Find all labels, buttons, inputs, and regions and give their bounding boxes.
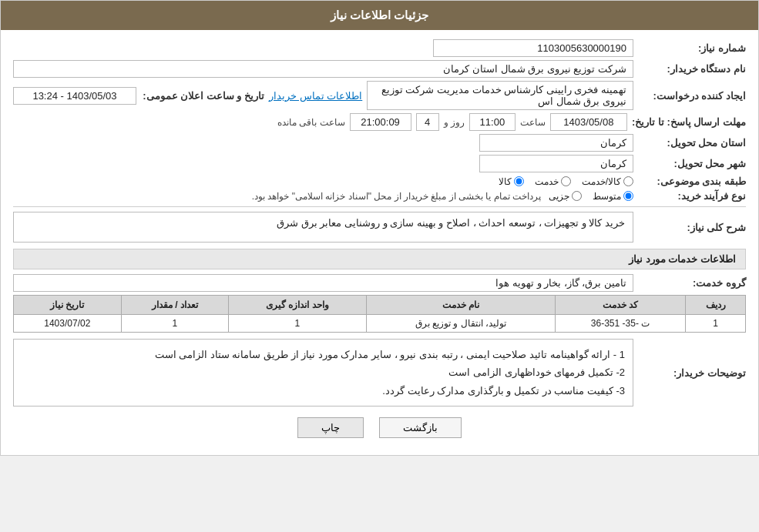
creator-label: ایجاد کننده درخواست:: [638, 90, 746, 102]
description-label: شرح کلی نیاز:: [638, 222, 746, 233]
creator-row: ایجاد کننده درخواست: تهمینه فخری رایینی …: [13, 81, 746, 110]
province-label: استان محل تحویل:: [638, 137, 746, 149]
purchase-radio-jozi[interactable]: [572, 191, 582, 201]
cell-unit: 1: [229, 315, 367, 333]
deadline-time-label: ساعت: [520, 117, 546, 128]
deadline-day-label: روز و: [444, 117, 465, 128]
purchase-option-motavasset[interactable]: متوسط: [593, 191, 633, 202]
col-qty: تعداد / مقدار: [121, 296, 228, 315]
category-radio-khedmat[interactable]: [561, 176, 571, 186]
category-radio-kala-khedmat[interactable]: [623, 176, 633, 186]
city-row: شهر محل تحویل: کرمان: [13, 155, 746, 172]
back-button[interactable]: بازگشت: [379, 417, 462, 438]
category-option-kala-label: کالا: [499, 176, 512, 187]
city-label: شهر محل تحویل:: [638, 158, 746, 169]
deadline-label: مهلت ارسال پاسخ: تا تاریخ:: [632, 116, 746, 128]
cell-qty: 1: [121, 315, 228, 333]
cell-name: تولید، انتقال و توزیع برق: [366, 315, 555, 333]
purchase-option-jozi[interactable]: جزیی: [549, 191, 582, 202]
creator-contact-link[interactable]: اطلاعات تماس خریدار: [269, 90, 362, 102]
announce-date-label: تاریخ و ساعت اعلان عمومی:: [141, 90, 264, 102]
province-value: کرمان: [479, 134, 633, 152]
table-row: 1 ت -35- 351-36 تولید، انتقال و توزیع بر…: [14, 315, 746, 333]
category-option-khedmat[interactable]: خدمت: [535, 176, 571, 187]
creator-value: تهمینه فخری رایینی کارشناس خدمات مدیریت …: [367, 81, 633, 110]
notes-content: 1 - ارائه گواهینامه تائید صلاحیت ایمنی ،…: [13, 339, 633, 407]
deadline-remaining-label: ساعت باقی مانده: [277, 117, 345, 128]
category-option-kala-khedmat[interactable]: کالا/خدمت: [582, 176, 633, 187]
deadline-days-value: 4: [416, 113, 439, 131]
notes-row: توضیحات خریدار: 1 - ارائه گواهینامه تائی…: [13, 339, 746, 407]
category-label: طبقه بندی موضوعی:: [638, 176, 746, 187]
col-unit: واحد اندازه گیری: [229, 296, 367, 315]
service-group-value: تامین برق، گاز، بخار و تهویه هوا: [13, 274, 633, 292]
description-value: خرید کالا و تجهیزات ، توسعه احداث ، اصلا…: [13, 212, 633, 243]
purchase-radio-motavasset[interactable]: [623, 191, 633, 201]
divider1: [13, 206, 746, 207]
buyer-org-value: شرکت توزیع نیروی برق شمال استان کرمان: [13, 60, 633, 78]
page-wrapper: جزئیات اطلاعات نیاز شماره نیاز: 11030056…: [0, 0, 759, 456]
buyer-org-label: نام دستگاه خریدار:: [638, 63, 746, 75]
cell-date: 1403/07/02: [14, 315, 122, 333]
announce-date-value: 1403/05/03 - 13:24: [13, 87, 136, 105]
button-row: بازگشت چاپ: [13, 417, 746, 438]
deadline-remaining-value: 21:00:09: [350, 113, 411, 131]
category-radio-kala[interactable]: [514, 176, 524, 186]
cell-row: 1: [686, 315, 746, 333]
print-button[interactable]: چاپ: [297, 417, 364, 438]
purchase-note: پرداخت تمام یا بخشی از مبلغ خریدار از مح…: [252, 191, 541, 202]
purchase-radio-group: متوسط جزیی: [549, 191, 633, 202]
purchase-type-label: نوع فرآیند خرید:: [638, 190, 746, 202]
deadline-date-value: 1403/05/08: [550, 113, 627, 131]
category-row: طبقه بندی موضوعی: کالا/خدمت خدمت کالا: [13, 176, 746, 187]
col-code: کد خدمت: [555, 296, 685, 315]
service-group-row: گروه خدمت: تامین برق، گاز، بخار و تهویه …: [13, 274, 746, 292]
deadline-time-value: 11:00: [469, 113, 516, 131]
category-option-kala[interactable]: کالا: [499, 176, 524, 187]
purchase-option-motavasset-label: متوسط: [593, 191, 621, 202]
cell-code: ت -35- 351-36: [555, 315, 685, 333]
deadline-row: مهلت ارسال پاسخ: تا تاریخ: 1403/05/08 سا…: [13, 113, 746, 131]
col-name: نام خدمت: [366, 296, 555, 315]
need-number-label: شماره نیاز:: [638, 42, 746, 54]
description-row: شرح کلی نیاز: خرید کالا و تجهیزات ، توسع…: [13, 212, 746, 243]
purchase-option-jozi-label: جزیی: [549, 191, 569, 202]
content-area: شماره نیاز: 1103005630000190 نام دستگاه …: [1, 30, 758, 455]
service-table: ردیف کد خدمت نام خدمت واحد اندازه گیری ت…: [13, 295, 746, 333]
col-date: تاریخ نیاز: [14, 296, 122, 315]
category-radio-group: کالا/خدمت خدمت کالا: [13, 176, 633, 187]
province-row: استان محل تحویل: کرمان: [13, 134, 746, 152]
page-title: جزئیات اطلاعات نیاز: [331, 8, 428, 22]
service-section-title: اطلاعات خدمات مورد نیاز: [13, 249, 746, 269]
need-number-value: 1103005630000190: [433, 39, 633, 57]
city-value: کرمان: [479, 155, 633, 172]
buyer-org-row: نام دستگاه خریدار: شرکت توزیع نیروی برق …: [13, 60, 746, 78]
page-header: جزئیات اطلاعات نیاز: [1, 1, 758, 30]
notes-label: توضیحات خریدار:: [638, 367, 746, 379]
need-number-row: شماره نیاز: 1103005630000190: [13, 39, 746, 57]
category-option-kala-khedmat-label: کالا/خدمت: [582, 176, 621, 187]
service-group-label: گروه خدمت:: [638, 277, 746, 289]
col-row: ردیف: [686, 296, 746, 315]
purchase-type-row: نوع فرآیند خرید: متوسط جزیی پرداخت تمام …: [13, 190, 746, 202]
category-option-khedmat-label: خدمت: [535, 176, 559, 187]
